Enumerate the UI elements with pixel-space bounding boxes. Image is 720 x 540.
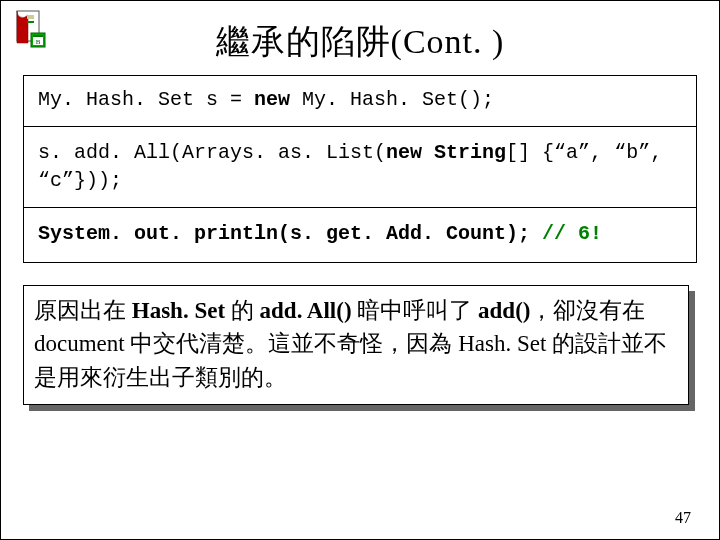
page-number: 47 [675,509,691,527]
code-divider [24,207,696,208]
class-name: Hash. Set [132,298,225,323]
code-line-2: s. add. All(Arrays. as. List(new String[… [38,139,682,167]
svg-rect-5 [33,35,43,37]
slide: B 繼承的陷阱(Cont. ) My. Hash. Set s = new My… [0,0,720,540]
code-line-1: My. Hash. Set s = new My. Hash. Set(); [38,86,682,114]
logo-icon: B [13,9,49,49]
code-line-2b: “c”})); [38,167,682,195]
svg-rect-2 [27,21,34,23]
slide-title: 繼承的陷阱(Cont. ) [1,19,719,65]
svg-text:B: B [36,38,41,46]
keyword-new: new [386,141,422,164]
code-comment: // 6! [542,222,602,245]
type-string: String [434,141,506,164]
svg-rect-1 [27,15,34,19]
code-text: My. Hash. Set(); [290,88,494,111]
code-divider [24,126,696,127]
code-text: s. add. All(Arrays. as. List( [38,141,386,164]
code-text: System. out. println(s. get. Add. Count)… [38,222,542,245]
code-text [422,141,434,164]
method-name: add. All() [260,298,352,323]
explain-text: 暗中呼叫了 [352,298,479,323]
explanation-wrap: 原因出在 Hash. Set 的 add. All() 暗中呼叫了 add()，… [23,285,689,405]
method-name: add() [478,298,530,323]
keyword-new: new [254,88,290,111]
code-text: My. Hash. Set s = [38,88,254,111]
code-text: [] {“a”, “b”, [506,141,662,164]
explain-text: 原因出在 [34,298,132,323]
explain-text: 的 [225,298,260,323]
code-line-3: System. out. println(s. get. Add. Count)… [38,220,682,248]
explanation-box: 原因出在 Hash. Set 的 add. All() 暗中呼叫了 add()，… [23,285,689,405]
code-block: My. Hash. Set s = new My. Hash. Set(); s… [23,75,697,263]
